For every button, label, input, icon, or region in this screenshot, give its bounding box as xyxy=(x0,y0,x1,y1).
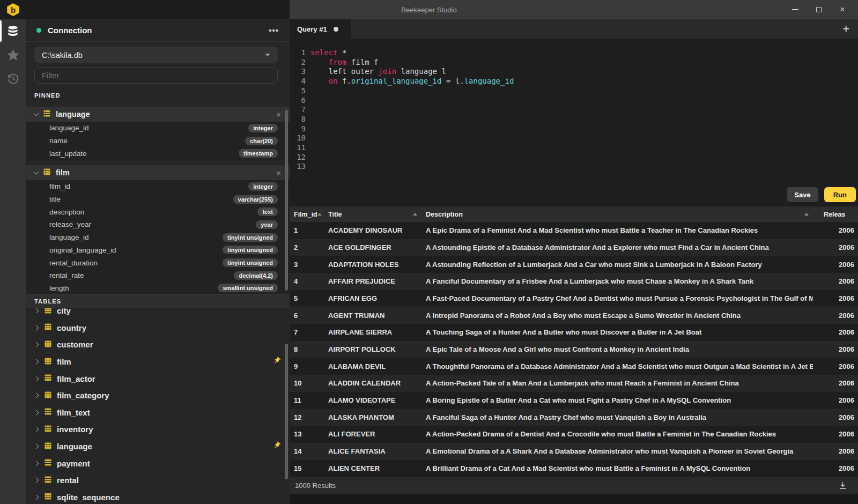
sort-asc-icon xyxy=(317,213,322,216)
pinned-table-header[interactable]: film× xyxy=(26,165,290,180)
result-cell: 2006 xyxy=(813,396,858,404)
result-cell: 4 xyxy=(290,277,324,285)
pinned-column-row: descriptiontext xyxy=(26,205,290,218)
tables-scrollbar-thumb[interactable] xyxy=(285,344,288,479)
pinned-column-row: rental_ratedecimal(4,2) xyxy=(26,269,290,282)
maximize-icon xyxy=(816,7,822,12)
result-row[interactable]: 8AIRPORT POLLOCKA Epic Tale of a Moose A… xyxy=(290,341,858,358)
column-type-badge: char(20) xyxy=(245,137,278,145)
table-icon-wrap xyxy=(45,391,51,401)
table-icon xyxy=(45,459,51,466)
table-icon-wrap xyxy=(43,168,50,177)
code-text xyxy=(306,86,310,96)
sidebar-scrollbar-thumb[interactable] xyxy=(285,110,288,291)
pinned-column-row: original_language_idtinyint unsigned xyxy=(26,244,290,257)
result-cell: 13 xyxy=(290,430,324,438)
pinned-column-row: namechar(20) xyxy=(26,135,290,147)
line-number: 5 xyxy=(290,86,306,96)
beekeeper-studio-window: Beekeeper Studio × b xyxy=(0,0,858,504)
rail-item-tables[interactable] xyxy=(0,19,26,43)
column-header-film_id[interactable]: Film_id xyxy=(290,206,324,222)
result-row[interactable]: 5AFRICAN EGGA Fast-Paced Documentary of … xyxy=(290,290,858,307)
sidebar-table-item-inventory[interactable]: inventory xyxy=(26,421,290,438)
sidebar-table-item-film_text[interactable]: film_text xyxy=(26,404,290,421)
pinned-table: language×language_idintegernamechar(20)l… xyxy=(26,107,290,160)
sort-asc-icon xyxy=(804,213,809,216)
table-name: payment xyxy=(57,459,90,468)
result-row[interactable]: 15ALIEN CENTERA Brilliant Drama of a Cat… xyxy=(290,459,858,477)
pinned-table: film×film_idintegertitlevarchar(255)desc… xyxy=(26,165,290,294)
line-number: 1 xyxy=(290,48,306,58)
column-type-badge: integer xyxy=(248,182,278,191)
table-icon xyxy=(43,168,50,175)
sidebar-table-item-city[interactable]: city xyxy=(26,308,290,320)
results-count: 1000 Results xyxy=(295,481,336,490)
result-row[interactable]: 11ALAMO VIDEOTAPEA Boring Epistle of a B… xyxy=(290,392,858,409)
sidebar-table-item-film_category[interactable]: film_category xyxy=(26,387,290,404)
tab-query-1[interactable]: Query #1 xyxy=(290,19,351,39)
result-cell: 11 xyxy=(290,396,324,404)
sidebar-table-item-language[interactable]: language xyxy=(26,438,290,455)
result-cell: 2006 xyxy=(813,294,858,302)
result-row[interactable]: 13ALI FOREVERA Action-Packed Drama of a … xyxy=(290,426,858,443)
pin-icon[interactable] xyxy=(271,440,283,451)
result-row[interactable]: 2ACE GOLDFINGERA Astounding Epistle of a… xyxy=(290,239,858,256)
column-header-title[interactable]: Title xyxy=(324,206,421,222)
download-results-button[interactable] xyxy=(838,481,847,490)
code-text xyxy=(306,96,310,106)
code-line: 3 left outer join language l xyxy=(290,67,858,77)
table-name: sqlite_sequence xyxy=(57,493,120,502)
save-button[interactable]: Save xyxy=(787,187,818,202)
run-button[interactable]: Run xyxy=(824,187,856,202)
rail-item-history[interactable] xyxy=(0,66,26,90)
result-row[interactable]: 7AIRPLANE SIERRAA Touching Saga of a Hun… xyxy=(290,324,858,341)
pinned-table-header[interactable]: language× xyxy=(26,107,290,122)
column-name: length xyxy=(49,284,69,292)
pin-icon[interactable] xyxy=(271,355,283,366)
result-cell: ALADDIN CALENDAR xyxy=(324,379,421,387)
database-select[interactable]: C:\sakila.db xyxy=(34,47,278,63)
table-icon-wrap xyxy=(45,425,51,434)
close-button[interactable]: × xyxy=(834,2,850,17)
column-header-releas[interactable]: Releas xyxy=(813,206,858,222)
code-text xyxy=(306,134,310,143)
sidebar-table-item-film[interactable]: film xyxy=(26,353,290,370)
sidebar-table-item-rental[interactable]: rental xyxy=(26,472,290,489)
sidebar-table-item-country[interactable]: country xyxy=(26,320,290,337)
code-text xyxy=(306,153,310,162)
sql-editor[interactable]: 1select *2 from film f3 left outer join … xyxy=(290,39,858,206)
pin-icon-wrap[interactable] xyxy=(273,441,281,451)
column-type-badge: varchar(255) xyxy=(233,195,278,204)
result-cell: A Action-Packed Drama of a Dentist And a… xyxy=(421,430,813,438)
code-text xyxy=(306,105,310,115)
result-row[interactable]: 3ADAPTATION HOLESA Astounding Reflection… xyxy=(290,256,858,273)
result-row[interactable]: 4AFFAIR PREJUDICEA Fanciful Documentary … xyxy=(290,273,858,290)
tables-section-label: TABLES xyxy=(34,298,61,305)
code-text: select * xyxy=(306,48,346,58)
unpin-close-icon[interactable]: × xyxy=(276,169,281,177)
sidebar-table-item-sqlite_sequence[interactable]: sqlite_sequence xyxy=(26,489,290,504)
sidebar-table-item-payment[interactable]: payment xyxy=(26,455,290,472)
result-row[interactable]: 14ALICE FANTASIAA Emotional Drama of a A… xyxy=(290,443,858,460)
result-row[interactable]: 9ALABAMA DEVILA Thoughtful Panorama of a… xyxy=(290,358,858,375)
maximize-button[interactable] xyxy=(811,2,827,17)
chevron-right-icon xyxy=(34,393,39,398)
new-tab-button[interactable]: + xyxy=(842,23,849,35)
result-cell: A Astounding Epistle of a Database Admin… xyxy=(421,243,813,251)
result-row[interactable]: 10ALADDIN CALENDARA Action-Packed Tale o… xyxy=(290,375,858,392)
minimize-button[interactable] xyxy=(787,2,803,17)
result-cell: 10 xyxy=(290,379,324,387)
column-header-description[interactable]: Description xyxy=(421,206,813,222)
result-row[interactable]: 6AGENT TRUMANA Intrepid Panorama of a Ro… xyxy=(290,307,858,324)
pin-icon-wrap[interactable] xyxy=(273,357,281,367)
unpin-close-icon[interactable]: × xyxy=(276,110,281,118)
table-name: language xyxy=(57,442,92,451)
result-row[interactable]: 1ACADEMY DINOSAURA Epic Drama of a Femin… xyxy=(290,222,858,239)
connection-menu-icon[interactable]: ••• xyxy=(269,26,279,35)
sidebar-table-item-film_actor[interactable]: film_actor xyxy=(26,370,290,387)
sidebar-table-item-customer[interactable]: customer xyxy=(26,336,290,353)
filter-input[interactable] xyxy=(34,67,278,84)
rail-item-favorites[interactable] xyxy=(0,43,26,66)
result-row[interactable]: 12ALASKA PHANTOMA Fanciful Saga of a Hun… xyxy=(290,409,858,426)
result-cell: 3 xyxy=(290,261,324,269)
